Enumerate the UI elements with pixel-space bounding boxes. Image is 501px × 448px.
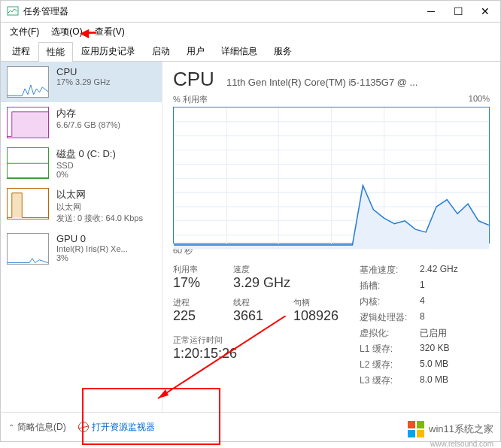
disk-title: 磁盘 0 (C: D:) (56, 147, 156, 161)
sidebar-item-ethernet[interactable]: 以太网 以太网 发送: 0 接收: 64.0 Kbps (1, 183, 162, 229)
sidebar-item-memory[interactable]: 内存 6.6/7.6 GB (87%) (1, 102, 162, 143)
stats-right: 基准速度:2.42 GHz 插槽:1 内核:4 逻辑处理器:8 虚拟化:已启用 … (360, 264, 458, 390)
resmon-icon (78, 422, 89, 432)
ethernet-sub1: 以太网 (56, 201, 156, 213)
main-subtitle: 11th Gen Intel(R) Core(TM) i5-1135G7 @ .… (226, 77, 418, 88)
watermark: win11系统之家 (408, 421, 493, 437)
window-title: 任务管理器 (23, 5, 422, 18)
memory-title: 内存 (56, 107, 156, 120)
close-button[interactable]: ✕ (476, 2, 494, 20)
windows-logo-icon (408, 421, 424, 437)
threads-value: 3661 (233, 308, 278, 324)
disk-sub1: SSD (56, 161, 156, 170)
util-label: 利用率 (173, 264, 218, 275)
threads-label: 线程 (233, 297, 278, 308)
sidebar-item-disk[interactable]: 磁盘 0 (C: D:) SSD 0% (1, 143, 162, 183)
tab-processes[interactable]: 进程 (4, 41, 38, 61)
ethernet-sub2: 发送: 0 接收: 64.0 Kbps (56, 213, 156, 224)
util-value: 17% (173, 275, 218, 291)
proc-label: 进程 (173, 297, 218, 308)
proc-value: 225 (173, 308, 218, 324)
svg-rect-1 (12, 112, 48, 138)
resource-monitor-link[interactable]: 打开资源监视器 (78, 421, 155, 434)
app-icon (7, 5, 19, 17)
cpu-sub: 17% 3.29 GHz (56, 77, 156, 86)
speed-value: 3.29 GHz (233, 275, 290, 291)
brief-info-link[interactable]: ⌃ 简略信息(D) (8, 421, 66, 434)
chart-ylabel: % 利用率 (173, 94, 208, 105)
tabbar: 进程 性能 应用历史记录 启动 用户 详细信息 服务 (0, 41, 501, 62)
menu-file[interactable]: 文件(F) (4, 24, 45, 40)
watermark-url: www.relsound.com (430, 440, 493, 448)
chevron-down-icon: ⌃ (8, 423, 14, 431)
sidebar-item-cpu[interactable]: CPU 17% 3.29 GHz (1, 62, 162, 102)
speed-label: 速度 (233, 264, 290, 275)
maximize-button[interactable]: ☐ (449, 2, 467, 20)
uptime-value: 1:20:15:26 (173, 346, 339, 362)
cpu-chart (173, 107, 490, 244)
uptime-label: 正常运行时间 (173, 334, 339, 346)
tab-users[interactable]: 用户 (178, 41, 213, 61)
ethernet-title: 以太网 (56, 188, 156, 201)
disk-thumbnail (7, 147, 49, 179)
sidebar-item-gpu[interactable]: GPU 0 Intel(R) Iris(R) Xe... 3% (1, 229, 162, 269)
tab-services[interactable]: 服务 (266, 41, 300, 61)
main-title: CPU (173, 68, 214, 91)
ethernet-thumbnail (7, 188, 49, 219)
sidebar: CPU 17% 3.29 GHz 内存 6.6/7.6 GB (87%) 磁盘 … (1, 62, 162, 412)
cpu-thumbnail (7, 66, 49, 98)
tab-details[interactable]: 详细信息 (213, 41, 266, 61)
tab-startup[interactable]: 启动 (144, 41, 178, 61)
cpu-title: CPU (56, 66, 156, 77)
minimize-button[interactable]: ─ (422, 2, 440, 20)
annotation-arrow-icon: ◀━ (80, 26, 96, 40)
content: CPU 17% 3.29 GHz 内存 6.6/7.6 GB (87%) 磁盘 … (0, 62, 501, 412)
chart-ymax: 100% (469, 94, 490, 105)
memory-thumbnail (7, 107, 49, 138)
titlebar: 任务管理器 ─ ☐ ✕ (0, 0, 501, 23)
gpu-title: GPU 0 (56, 233, 156, 244)
handles-label: 句柄 (293, 297, 339, 308)
memory-sub: 6.6/7.6 GB (87%) (56, 120, 156, 129)
menubar: 文件(F) 选项(O) 查看(V) ◀━ (0, 23, 501, 41)
disk-sub2: 0% (56, 170, 156, 179)
handles-value: 108926 (293, 308, 339, 324)
tab-performance[interactable]: 性能 (38, 42, 73, 62)
tab-app-history[interactable]: 应用历史记录 (73, 41, 144, 61)
gpu-sub1: Intel(R) Iris(R) Xe... (56, 244, 156, 253)
gpu-thumbnail (7, 233, 49, 265)
main-panel: CPU 11th Gen Intel(R) Core(TM) i5-1135G7… (162, 62, 500, 412)
gpu-sub2: 3% (56, 253, 156, 262)
